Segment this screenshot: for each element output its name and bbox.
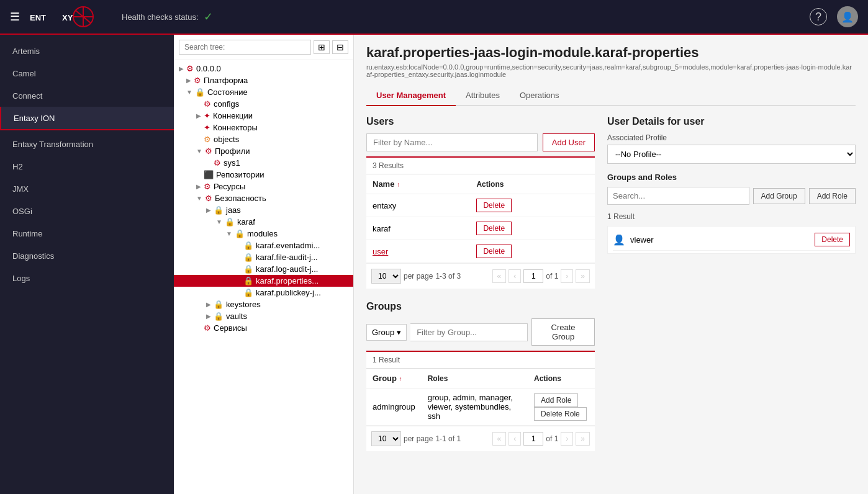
chevron-icon: ▼: [186, 89, 192, 96]
add-role-button[interactable]: Add Role: [534, 393, 578, 407]
tree-node-connectors[interactable]: ▶ ✦ Коннекторы: [174, 122, 353, 133]
delete-button[interactable]: Delete: [476, 199, 512, 212]
sidebar-item-logs[interactable]: Logs: [0, 267, 174, 289]
delete-group-button[interactable]: Delete: [815, 233, 850, 246]
groups-roles-search-input[interactable]: [607, 187, 749, 205]
user-link[interactable]: user: [373, 247, 388, 256]
tree-node-logaudit[interactable]: ▶ 🔒 karaf.log-audit-j...: [174, 263, 353, 275]
sidebar-item-h2[interactable]: H2: [0, 155, 174, 177]
tree-search-input[interactable]: [179, 40, 311, 55]
groups-page-range: 1-1 of 1: [435, 434, 461, 443]
node-icon: 🔒: [235, 229, 245, 238]
chevron-icon: ▼: [216, 218, 222, 225]
tree-node-state[interactable]: ▼ 🔒 Состояние: [174, 86, 353, 98]
tree-node-keystores[interactable]: ▶ 🔒 keystores: [174, 299, 353, 310]
add-role-button[interactable]: Add Role: [809, 188, 856, 204]
users-table-container: 3 Results Name ↑ Actions: [366, 156, 595, 289]
sidebar-item-entaxy-ion[interactable]: Entaxy ION: [0, 107, 174, 129]
main-layout: Artemis Camel Connect Entaxy ION Entaxy …: [0, 35, 868, 494]
tree-expand-button[interactable]: ⊞: [314, 40, 330, 54]
sidebar-item-connect[interactable]: Connect: [0, 84, 174, 107]
sidebar-label: Diagnostics: [12, 251, 54, 261]
users-prev-page-button[interactable]: ‹: [509, 269, 521, 283]
sidebar: Artemis Camel Connect Entaxy ION Entaxy …: [0, 35, 174, 494]
help-icon[interactable]: ?: [810, 8, 827, 25]
tree-node-root[interactable]: ▶ ⚙ 0.0.0.0: [174, 63, 353, 74]
create-group-button[interactable]: Create Group: [531, 318, 595, 346]
users-last-page-button[interactable]: »: [576, 269, 590, 283]
user-name: karaf: [366, 217, 470, 240]
tree-node-vaults[interactable]: ▶ 🔒 vaults: [174, 310, 353, 322]
chevron-icon: ▶: [196, 112, 201, 119]
groups-last-page-button[interactable]: »: [576, 432, 590, 446]
tree-collapse-button[interactable]: ⊟: [332, 40, 348, 54]
node-label: karaf.log-audit-j...: [256, 264, 318, 274]
tree-node-platform[interactable]: ▶ ⚙ Платформа: [174, 74, 353, 86]
delete-button[interactable]: Delete: [476, 245, 512, 258]
tree-node-publickey[interactable]: ▶ 🔒 karaf.publickey-j...: [174, 287, 353, 299]
tree-node-karaf[interactable]: ▼ 🔒 karaf: [174, 216, 353, 228]
tab-operations[interactable]: Operations: [510, 86, 569, 106]
node-label: vaults: [226, 312, 247, 321]
delete-button[interactable]: Delete: [476, 222, 512, 235]
tree-node-eventadmin[interactable]: ▶ 🔒 karaf.eventadmi...: [174, 240, 353, 251]
tree-node-objects[interactable]: ▶ ⚙ objects: [174, 133, 353, 145]
tree-node-repos[interactable]: ▶ ⬛ Репозитории: [174, 169, 353, 181]
groups-page-input[interactable]: [523, 432, 543, 446]
tab-attributes[interactable]: Attributes: [456, 86, 510, 106]
node-label: Коннекции: [213, 111, 253, 120]
tree-node-modules[interactable]: ▼ 🔒 modules: [174, 228, 353, 240]
tree-node-security[interactable]: ▼ ⚙ Безопасность: [174, 192, 353, 204]
tree-node-jaas[interactable]: ▶ 🔒 jaas: [174, 204, 353, 216]
tree-node-properties[interactable]: ▶ 🔒 karaf.properties...: [174, 275, 353, 287]
tree-node-configs[interactable]: ▶ ⚙ configs: [174, 98, 353, 110]
sidebar-item-entaxy-transformation[interactable]: Entaxy Transformation: [0, 133, 174, 155]
groups-filter-dropdown[interactable]: Group ▾: [366, 324, 407, 341]
node-label: Безопасность: [215, 194, 266, 203]
users-per-page-select[interactable]: 10: [371, 269, 401, 284]
groups-filter-row: Group ▾ Create Group: [366, 318, 595, 346]
users-page-input[interactable]: [523, 269, 543, 283]
delete-role-button[interactable]: Delete Role: [534, 407, 587, 421]
sidebar-label: H2: [12, 162, 23, 171]
tree-node-fileaudit[interactable]: ▶ 🔒 karaf.file-audit-j...: [174, 251, 353, 263]
list-item: 👤 viewer Delete: [613, 229, 850, 251]
tree-node-profiles[interactable]: ▼ ⚙ Профили: [174, 145, 353, 157]
groups-per-page-select[interactable]: 10: [371, 431, 401, 446]
sidebar-item-camel[interactable]: Camel: [0, 62, 174, 84]
groups-col-group: Group ↑: [366, 369, 422, 388]
groups-filter-input[interactable]: [410, 323, 528, 341]
avatar[interactable]: 👤: [837, 6, 858, 27]
groups-first-page-button[interactable]: «: [492, 432, 507, 446]
profile-select[interactable]: --No Profile--: [607, 145, 856, 164]
groups-roles-title: Groups and Roles: [607, 173, 856, 182]
sidebar-item-osgi[interactable]: OSGi: [0, 200, 174, 222]
groups-next-page-button[interactable]: ›: [561, 432, 573, 446]
users-next-page-button[interactable]: ›: [561, 269, 573, 283]
sidebar-item-artemis[interactable]: Artemis: [0, 40, 174, 62]
users-filter-row: Add User: [366, 133, 595, 151]
active-underline: [0, 129, 174, 130]
sidebar-item-diagnostics[interactable]: Diagnostics: [0, 245, 174, 267]
sidebar-item-runtime[interactable]: Runtime: [0, 222, 174, 245]
two-col-layout: Users Add User 3 Results Name ↑: [366, 116, 856, 451]
node-label: Сервисы: [214, 323, 247, 333]
tree-node-sys1[interactable]: ▶ ⚙ sys1: [174, 157, 353, 169]
users-first-page-button[interactable]: «: [492, 269, 507, 283]
user-action: Delete: [470, 240, 595, 263]
users-filter-input[interactable]: [366, 133, 538, 151]
add-group-button[interactable]: Add Group: [753, 188, 805, 204]
hamburger-icon[interactable]: ☰: [10, 10, 20, 24]
sidebar-item-jmx[interactable]: JMX: [0, 177, 174, 200]
node-label: karaf.publickey-j...: [256, 288, 321, 297]
add-user-button[interactable]: Add User: [543, 133, 595, 151]
page-subtitle: ru.entaxy.esb:localNode=0.0.0.0,group=ru…: [366, 63, 856, 78]
groups-prev-page-button[interactable]: ‹: [509, 432, 521, 446]
tab-user-management[interactable]: User Management: [366, 86, 456, 106]
user-action: Delete: [470, 194, 595, 217]
tree-node-resources[interactable]: ▶ ⚙ Ресурсы: [174, 181, 353, 192]
tree-node-services[interactable]: ▶ ⚙ Сервисы: [174, 322, 353, 334]
sidebar-label: Entaxy Transformation: [12, 140, 93, 149]
chevron-icon: ▶: [206, 313, 211, 320]
tree-node-connections[interactable]: ▶ ✦ Коннекции: [174, 110, 353, 122]
